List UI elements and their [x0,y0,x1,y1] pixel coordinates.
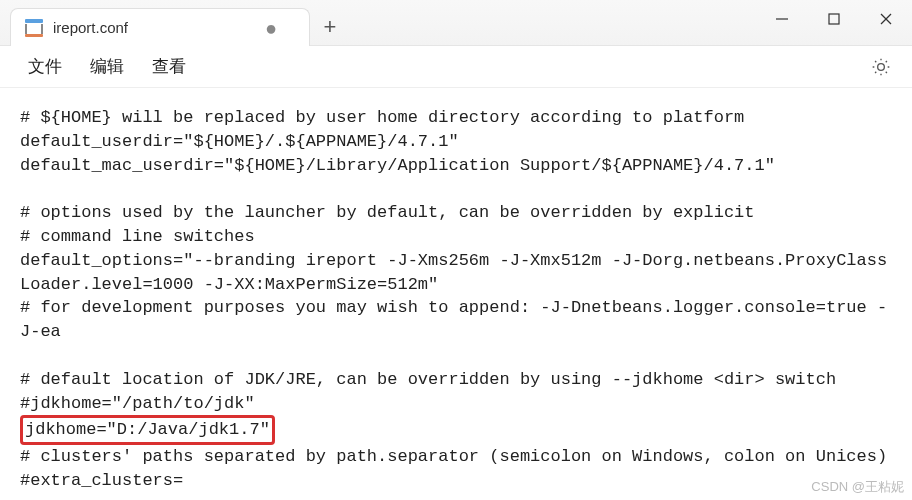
new-tab-button[interactable]: + [310,8,350,46]
settings-button[interactable] [864,50,898,84]
notepad-icon [25,19,43,37]
menu-view[interactable]: 查看 [138,49,200,84]
line: # clusters' paths separated by path.sepa… [20,447,887,466]
editor-content[interactable]: # ${HOME} will be replaced by user home … [0,88,912,500]
line: # options used by the launcher by defaul… [20,203,755,222]
watermark: CSDN @王粘妮 [811,478,904,496]
tab-title: ireport.conf [53,19,251,36]
line: # default location of JDK/JRE, can be ov… [20,370,836,389]
line: default_userdir="${HOME}/.${APPNAME}/4.7… [20,132,459,151]
maximize-button[interactable] [808,0,860,38]
menubar: 文件 编辑 查看 [0,46,912,88]
line: # ${HOME} will be replaced by user home … [20,108,744,127]
line: default_mac_userdir="${HOME}/Library/App… [20,156,775,175]
minimize-button[interactable] [756,0,808,38]
titlebar: ireport.conf ● + [0,0,912,46]
maximize-icon [827,12,841,26]
close-button[interactable] [860,0,912,38]
line: # for development purposes you may wish … [20,298,887,341]
line: default_options="--branding ireport -J-X… [20,251,887,294]
gear-icon [871,57,891,77]
menu-file[interactable]: 文件 [14,49,76,84]
tab-dirty-indicator: ● [265,18,277,38]
line: #extra_clusters= [20,471,183,490]
highlighted-line: jdkhome="D:/Java/jdk1.7" [20,415,275,445]
tab-active[interactable]: ireport.conf ● [10,8,310,46]
line: # command line switches [20,227,255,246]
minimize-icon [775,12,789,26]
svg-rect-1 [829,14,839,24]
menu-edit[interactable]: 编辑 [76,49,138,84]
close-icon [879,12,893,26]
line: #jdkhome="/path/to/jdk" [20,394,255,413]
